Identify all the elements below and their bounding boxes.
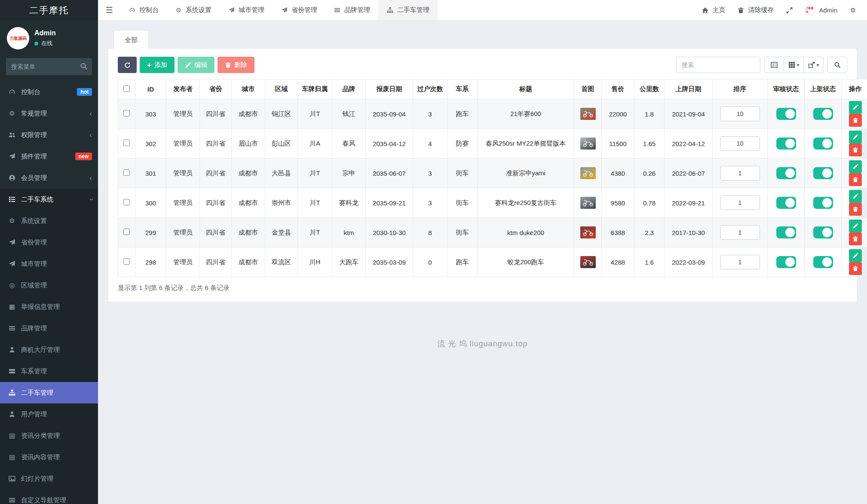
row-checkbox[interactable] xyxy=(123,110,130,116)
table-row: 300管理员四川省成都市崇州市川T赛科龙2035-09-213街车赛科龙re25… xyxy=(118,188,867,218)
tab-province[interactable]: 省份管理 xyxy=(273,0,325,20)
shelf-toggle[interactable] xyxy=(813,137,833,150)
delete-row-button[interactable] xyxy=(849,144,862,156)
row-checkbox[interactable] xyxy=(123,199,130,205)
tab-system-settings[interactable]: ⚙系统设置 xyxy=(167,0,220,20)
edit-row-button[interactable] xyxy=(849,249,862,262)
cell-scrap-date: 2035-06-07 xyxy=(366,159,413,188)
sidebar-item-news-content[interactable]: ▤资讯内容管理 xyxy=(0,446,98,468)
detail-view-button[interactable] xyxy=(764,57,784,73)
row-thumbnail[interactable] xyxy=(580,256,596,268)
sidebar-item-business-hall[interactable]: 商机大厅管理 xyxy=(0,339,98,360)
tab-label: 系统设置 xyxy=(186,6,211,14)
shelf-toggle[interactable] xyxy=(813,167,833,179)
delete-row-button[interactable] xyxy=(849,232,862,245)
table-row: 298管理员四川省成都市双流区川H大跑车2035-03-090跑车蛟龙200跑车… xyxy=(118,247,867,277)
bars-icon xyxy=(334,7,341,13)
sort-input[interactable] xyxy=(720,166,760,180)
table-search-input[interactable] xyxy=(676,57,760,73)
audit-toggle[interactable] xyxy=(776,256,796,268)
sort-input[interactable] xyxy=(720,195,760,210)
sidebar-item-report-info[interactable]: ▦举报信息管理 xyxy=(0,296,98,318)
row-checkbox[interactable] xyxy=(123,169,130,176)
rocket-icon xyxy=(8,153,16,160)
tab-usedcar[interactable]: 二手车管理 xyxy=(378,0,438,20)
tab-city[interactable]: 城市管理 xyxy=(220,0,273,20)
shelf-toggle[interactable] xyxy=(813,226,833,238)
navbar-user[interactable]: 刀客源码 Admin xyxy=(799,0,843,20)
sort-input[interactable] xyxy=(720,107,760,121)
sidebar-item-custom-nav[interactable]: 自定义导航管理 xyxy=(0,489,98,504)
sidebar-toggle-button[interactable]: ☰ xyxy=(98,0,120,20)
sidebar-item-usedcar-system[interactable]: 二手车系统‹ xyxy=(0,189,98,210)
sidebar-item-label: 控制台 xyxy=(21,88,77,96)
sidebar-item-permission[interactable]: 权限管理‹ xyxy=(0,124,98,146)
sidebar-item-general[interactable]: ⚙常规管理‹ xyxy=(0,103,98,124)
refresh-button[interactable] xyxy=(118,57,137,73)
home-link[interactable]: 主页 xyxy=(695,0,731,20)
pencil-icon xyxy=(852,134,858,140)
columns-button[interactable]: ▾ xyxy=(784,57,804,73)
column-header: 城市 xyxy=(232,79,265,99)
edit-row-button[interactable] xyxy=(849,101,862,114)
sort-input[interactable] xyxy=(720,225,760,240)
row-thumbnail[interactable] xyxy=(580,167,596,179)
audit-toggle[interactable] xyxy=(776,108,796,120)
sidebar-item-city[interactable]: 城市管理 xyxy=(0,253,98,275)
audit-toggle[interactable] xyxy=(776,167,796,179)
sidebar-item-plugin[interactable]: 插件管理new xyxy=(0,146,98,167)
sidebar-item-dashboard[interactable]: 控制台hot xyxy=(0,81,98,103)
sort-input[interactable] xyxy=(720,255,760,269)
audit-toggle[interactable] xyxy=(776,197,796,209)
sidebar-item-member[interactable]: 会员管理‹ xyxy=(0,167,98,189)
row-thumbnail[interactable] xyxy=(580,226,596,238)
dashboard-icon xyxy=(129,7,136,13)
sidebar-item-brand[interactable]: 品牌管理 xyxy=(0,318,98,339)
row-thumbnail[interactable] xyxy=(580,197,596,209)
add-button[interactable]: + 添加 xyxy=(140,57,175,73)
shelf-toggle[interactable] xyxy=(813,256,833,268)
edit-row-button[interactable] xyxy=(849,220,862,232)
row-checkbox[interactable] xyxy=(123,258,130,265)
delete-row-button[interactable] xyxy=(849,114,862,127)
cell-sort xyxy=(713,159,768,188)
select-all-checkbox[interactable] xyxy=(123,86,130,92)
shelf-toggle[interactable] xyxy=(813,108,833,120)
audit-toggle[interactable] xyxy=(776,137,796,150)
audit-toggle[interactable] xyxy=(776,226,796,238)
sidebar-item-series[interactable]: 车系管理 xyxy=(0,360,98,382)
tab-brand[interactable]: 品牌管理 xyxy=(325,0,378,20)
row-checkbox[interactable] xyxy=(123,140,130,146)
delete-row-button[interactable] xyxy=(849,173,862,186)
row-thumbnail[interactable] xyxy=(580,108,596,120)
edit-row-button[interactable] xyxy=(849,190,862,203)
settings-button[interactable]: ⚙ xyxy=(843,0,863,20)
delete-row-button[interactable] xyxy=(849,203,862,216)
sidebar-item-news-category[interactable]: ▤资讯分类管理 xyxy=(0,425,98,446)
sidebar-item-system-settings[interactable]: ⚙系统设置 xyxy=(0,210,98,232)
edit-row-button[interactable] xyxy=(849,131,862,144)
sort-input[interactable] xyxy=(720,136,760,151)
edit-button[interactable]: 编辑 xyxy=(178,57,214,73)
tab-dashboard[interactable]: 控制台 xyxy=(120,0,167,20)
sidebar-item-slideshow[interactable]: 幻灯片管理 xyxy=(0,468,98,489)
sidebar-item-user[interactable]: 用户管理 xyxy=(0,403,98,425)
cell-brand: 钱江 xyxy=(332,99,366,129)
fullscreen-button[interactable] xyxy=(780,0,799,20)
shelf-toggle[interactable] xyxy=(813,197,833,209)
sidebar-item-district[interactable]: ◎区域管理 xyxy=(0,275,98,296)
export-button[interactable]: ▾ xyxy=(804,57,824,73)
delete-button[interactable]: 删除 xyxy=(218,57,254,73)
pencil-icon xyxy=(852,223,858,229)
sidebar-item-province[interactable]: 省份管理 xyxy=(0,232,98,253)
sidebar-search-input[interactable] xyxy=(6,58,92,75)
sidebar-item-usedcar[interactable]: 二手车管理 xyxy=(0,382,98,403)
toggle-knob xyxy=(822,198,832,208)
row-thumbnail[interactable] xyxy=(580,137,596,150)
tab-all[interactable]: 全部 xyxy=(114,31,148,49)
row-checkbox[interactable] xyxy=(123,229,130,235)
search-button[interactable] xyxy=(827,57,847,73)
clear-cache-link[interactable]: 清除缓存 xyxy=(731,0,780,20)
edit-row-button[interactable] xyxy=(849,160,862,173)
delete-row-button[interactable] xyxy=(849,262,862,275)
